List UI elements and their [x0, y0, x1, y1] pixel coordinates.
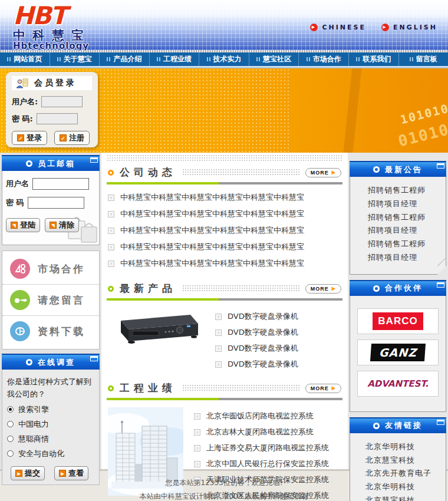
- news-item[interactable]: ›中科慧宝中科慧宝中科慧宝中科慧宝中科慧宝中科慧宝: [108, 206, 341, 222]
- lang-link-chinese[interactable]: ▶ CHINESE: [310, 24, 366, 31]
- member-register-button[interactable]: ✓ 注册: [54, 131, 90, 145]
- survey-option-search-engine[interactable]: 搜索引擎: [7, 404, 94, 415]
- list-square-icon: ›: [108, 211, 114, 217]
- friend-link-item[interactable]: 北京慧宝科技: [350, 454, 446, 467]
- project-item[interactable]: ›北京中国人民银行总行保安监控系统: [194, 456, 329, 472]
- member-login-buttons: ✓ 登录 ✓ 注册: [12, 131, 92, 145]
- quick-link-market-cooperation[interactable]: 市场合作: [2, 253, 99, 284]
- nav-bullet-icon: [157, 57, 160, 61]
- survey-option-china-power[interactable]: 中国电力: [7, 419, 94, 430]
- news-item[interactable]: ›中科慧宝中科慧宝中科慧宝中科慧宝中科慧宝中科慧宝: [108, 239, 341, 255]
- radio-icon[interactable]: [7, 450, 14, 457]
- main-nav: 网站首页 关于慧宝 产品介绍 工程业绩 技术实力 慧宝社区 市场合作 联系我们 …: [0, 52, 448, 66]
- announcement-item[interactable]: 招聘项目经理: [350, 224, 446, 238]
- friend-link-item[interactable]: 北京华明科技: [350, 480, 446, 494]
- products-list: ›DVD数字硬盘录像机 ›DVD数字硬盘录像机 ›DVD数字硬盘录像机 ›DVD…: [215, 308, 298, 373]
- list-square-icon: ›: [215, 345, 222, 352]
- friend-link-item[interactable]: 北京慧宝科技: [350, 494, 446, 501]
- announcements-panel: 最新公告 招聘销售工程师 招聘项目经理 招聘销售工程师 招聘项目经理 招聘销售工…: [350, 161, 446, 275]
- project-item[interactable]: ›北京吉林大厦闭路电视监控系统: [194, 424, 329, 440]
- mail-login-button[interactable]: ◥ 登陆: [6, 218, 40, 232]
- survey-submit-button[interactable]: ▶ 提交: [11, 466, 45, 480]
- news-item-text: 中科慧宝中科慧宝中科慧宝中科慧宝中科慧宝中科慧宝: [120, 258, 304, 269]
- products-more-button[interactable]: MORE ▶: [305, 284, 341, 294]
- nav-item-contact[interactable]: 联系我们: [349, 52, 399, 66]
- announcement-item[interactable]: 招聘销售工程师: [350, 211, 446, 225]
- quick-link-download[interactable]: 资料下载: [2, 315, 99, 347]
- mail-username-input[interactable]: [32, 178, 89, 190]
- news-item[interactable]: ›中科慧宝中科慧宝中科慧宝中科慧宝中科慧宝中科慧宝: [108, 222, 341, 239]
- nav-label: 联系我们: [363, 54, 391, 64]
- section-dot-fill: [182, 384, 299, 392]
- member-person-icon: [16, 78, 29, 88]
- radio-icon[interactable]: [7, 421, 14, 427]
- nav-label: 市场合作: [313, 54, 341, 64]
- product-item[interactable]: ›DVD数字硬盘录像机: [215, 341, 298, 357]
- company-logo[interactable]: HBT 中科慧宝 Hbtechnology: [13, 4, 91, 50]
- nav-item-community[interactable]: 慧宝社区: [249, 52, 299, 66]
- product-item[interactable]: ›DVD数字硬盘录像机: [215, 357, 298, 373]
- project-item[interactable]: ›北京华圆饭店闭路电视监控系统: [194, 408, 329, 424]
- partners-panel: 合作伙伴 BARCO GANZ ADVANTEST.: [350, 280, 446, 412]
- radio-icon[interactable]: [7, 436, 14, 442]
- friend-link-item[interactable]: 北京华明科技: [350, 440, 446, 454]
- product-item[interactable]: ›DVD数字硬盘录像机: [215, 309, 298, 325]
- friend-link-item[interactable]: 北京先开教育电子: [350, 467, 446, 480]
- announcement-item[interactable]: 招聘项目经理: [350, 197, 446, 211]
- partner-logo-barco[interactable]: BARCO: [357, 308, 439, 334]
- friend-links-title: 友情链接: [385, 420, 423, 431]
- nav-item-cooperation[interactable]: 市场合作: [299, 52, 349, 66]
- button-label: 提交: [25, 468, 40, 479]
- mail-clear-button[interactable]: ◥ 清除: [45, 218, 79, 232]
- news-section-header: 公司动态 MORE ▶: [107, 161, 342, 182]
- partner-logo-ganz[interactable]: GANZ: [357, 340, 439, 365]
- nav-label: 留言板: [416, 54, 437, 64]
- news-item-text: 中科慧宝中科慧宝中科慧宝中科慧宝中科慧宝中科慧宝: [120, 209, 304, 219]
- announcement-item[interactable]: 招聘项目经理: [350, 251, 446, 265]
- product-item-text: DVD数字硬盘录像机: [228, 343, 298, 354]
- nav-item-guestbook[interactable]: 留言板: [399, 52, 448, 66]
- announcement-item[interactable]: 招聘销售工程师: [350, 184, 446, 197]
- survey-question-line2: 我公司的？: [7, 390, 45, 398]
- member-password-input[interactable]: [37, 113, 78, 124]
- survey-view-button[interactable]: ▶ 查看: [54, 466, 88, 480]
- nav-label: 网站首页: [14, 54, 42, 64]
- window-corner-icon: [437, 163, 444, 169]
- member-password-row: 密 码:: [12, 113, 92, 124]
- nav-item-home[interactable]: 网站首页: [0, 52, 50, 66]
- product-item-text: DVD数字硬盘录像机: [228, 311, 298, 322]
- product-item[interactable]: ›DVD数字硬盘录像机: [215, 325, 298, 341]
- announcement-item[interactable]: 招聘销售工程师: [350, 238, 446, 251]
- right-sidebar: 最新公告 招聘销售工程师 招聘项目经理 招聘销售工程师 招聘项目经理 招聘销售工…: [348, 153, 448, 469]
- radio-icon[interactable]: [7, 406, 14, 413]
- news-item[interactable]: ›中科慧宝中科慧宝中科慧宝中科慧宝中科慧宝中科慧宝: [108, 255, 341, 272]
- partner-logo-advantest[interactable]: ADVANTEST.: [357, 371, 439, 397]
- window-corner-icon: [437, 420, 444, 425]
- button-label: 清除: [59, 220, 74, 230]
- nav-item-about[interactable]: 关于慧宝: [50, 52, 100, 66]
- news-item[interactable]: ›中科慧宝中科慧宝中科慧宝中科慧宝中科慧宝中科慧宝: [108, 189, 341, 206]
- news-more-button[interactable]: MORE ▶: [305, 168, 341, 177]
- friend-links-header: 友情链接: [350, 417, 446, 433]
- advantest-logo: ADVANTEST.: [367, 378, 429, 389]
- quick-link-leave-message[interactable]: 请您留言: [2, 284, 99, 315]
- projects-more-button[interactable]: MORE ▶: [305, 384, 341, 393]
- lang-link-english[interactable]: ▶ ENGLISH: [381, 24, 437, 31]
- nav-label: 工程业绩: [163, 54, 192, 64]
- project-item[interactable]: ›上海证券交易大厦闭路电视监控系统: [194, 440, 329, 456]
- nav-bullet-icon: [107, 57, 110, 61]
- page: HBT 中科慧宝 Hbtechnology ▶ CHINESE ▶ ENGLIS…: [0, 0, 448, 501]
- nav-item-projects[interactable]: 工程业绩: [150, 52, 200, 66]
- button-label: 注册: [69, 133, 84, 143]
- nav-item-technology[interactable]: 技术实力: [199, 52, 249, 66]
- member-login-button[interactable]: ✓ 登录: [12, 131, 47, 145]
- nav-item-products[interactable]: 产品介绍: [100, 52, 150, 66]
- member-username-input[interactable]: [41, 96, 83, 107]
- mail-password-input[interactable]: [28, 197, 84, 209]
- friend-links-panel: 友情链接 北京华明科技 北京慧宝科技 北京先开教育电子 北京华明科技 北京慧宝科…: [350, 417, 446, 501]
- survey-option-safety-automation[interactable]: 安全与自动化: [7, 449, 94, 459]
- dvr-product-image[interactable]: [111, 308, 200, 345]
- survey-option-hc-business[interactable]: 慧聪商情: [7, 434, 94, 444]
- folded-corner-decoration: [437, 266, 446, 275]
- radio-label: 慧聪商情: [18, 434, 49, 444]
